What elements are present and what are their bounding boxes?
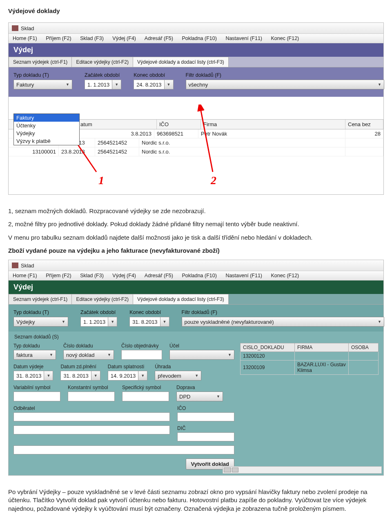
menu-item[interactable]: Nastavení (F11) xyxy=(225,273,262,278)
menu-item[interactable]: Výdej (F4) xyxy=(112,36,136,41)
doprava-combo[interactable]: DPD▼ xyxy=(176,392,223,401)
menubar: Home (F1) Příjem (F2) Sklad (F3) Výdej (… xyxy=(9,34,383,43)
tab[interactable]: Editace výdejky (ctrl-F2) xyxy=(71,294,133,304)
uhrada-value: převodem xyxy=(158,373,181,379)
start-date-value: 1. 1.2013 xyxy=(85,82,112,88)
dropdown-option-selected[interactable]: Faktury xyxy=(14,114,79,122)
menu-item[interactable]: Konec (F12) xyxy=(271,273,299,278)
chevron-down-icon: ▼ xyxy=(375,320,381,324)
menu-item[interactable]: Pokladna (F10) xyxy=(182,36,216,41)
docfilter-combo[interactable]: pouze vyskladněné (nevyfakturované)▼ xyxy=(182,317,384,327)
chevron-down-icon: ▼ xyxy=(59,320,65,324)
cell: 13200109 xyxy=(241,361,295,375)
typ-dokladu-combo[interactable]: faktura▼ xyxy=(13,350,56,360)
uhrada-combo[interactable]: převodem▼ xyxy=(155,371,201,381)
col-ico: IČO xyxy=(157,120,201,129)
tab-active[interactable]: Výdejové doklady a dodací listy (ctrl-F3… xyxy=(133,294,229,304)
datum-vydeje-input[interactable]: 31. 8.2013▼ xyxy=(13,371,53,381)
chevron-down-icon: ▼ xyxy=(108,317,117,326)
menu-item[interactable]: Adresář (F5) xyxy=(145,36,173,41)
filter-label-end: Konec období xyxy=(129,309,169,315)
section-title: Výdej xyxy=(9,43,383,57)
col-firma: Firma xyxy=(201,120,345,129)
doprava-value: DPD xyxy=(179,394,190,400)
ucel-combo[interactable]: ▼ xyxy=(169,350,234,360)
dropdown-option[interactable]: Výdejky xyxy=(14,129,79,137)
ico-input[interactable] xyxy=(177,412,234,421)
menu-item[interactable]: Příjem (F2) xyxy=(46,273,71,278)
type-combo[interactable]: Faktury▼ xyxy=(13,80,72,89)
col-cena: Cena bez xyxy=(345,120,383,129)
start-date-input[interactable]: 1. 1.2013▼ xyxy=(80,317,117,327)
chevron-down-icon: ▼ xyxy=(164,80,173,89)
vs-input[interactable] xyxy=(13,392,60,401)
cell-num: 13100001 xyxy=(9,147,59,156)
type-dropdown-list[interactable]: Faktury Účtenky Výdejky Výzvy k platbě xyxy=(13,114,80,145)
chevron-down-icon: ▼ xyxy=(91,371,100,380)
chevron-down-icon: ▼ xyxy=(160,317,169,326)
odberatel-line2-input[interactable] xyxy=(13,425,170,434)
label-ks: Konstantní symbol xyxy=(68,385,115,390)
menu-item[interactable]: Sklad (F3) xyxy=(80,273,104,278)
menu-item[interactable]: Výdej (F4) xyxy=(112,273,136,278)
cell-cena: 28 xyxy=(345,129,383,138)
tab-active[interactable]: Výdejové doklady a dodací listy (ctrl-F3… xyxy=(133,57,229,67)
cislo-objednavky-input[interactable] xyxy=(121,350,162,360)
label-datum-vydeje: Datum výdeje xyxy=(13,364,53,370)
end-date-input[interactable]: 24. 8.2013▼ xyxy=(134,80,173,89)
menu-item[interactable]: Nastavení (F11) xyxy=(225,36,262,41)
cell xyxy=(349,361,379,375)
chevron-down-icon: ▼ xyxy=(192,374,198,378)
section-title: Výdej xyxy=(9,280,383,294)
menu-item[interactable]: Home (F1) xyxy=(13,273,37,278)
menu-item[interactable]: Příjem (F2) xyxy=(46,36,71,41)
cell-ico: 2564521452 xyxy=(95,138,139,147)
app-title: Sklad xyxy=(21,25,34,31)
type-value: Faktury xyxy=(16,82,34,88)
annotation-number-2: 2 xyxy=(211,174,216,187)
table-row[interactable]: 13100001 23.8.2013 2564521452 Nordic s.r… xyxy=(9,147,383,156)
dropdown-option[interactable]: Výzvy k platbě xyxy=(14,137,79,145)
cell xyxy=(349,352,379,361)
type-combo[interactable]: Výdejky▼ xyxy=(13,317,68,327)
subheading: Zboží vydané pouze na výdejku a jeho fak… xyxy=(8,247,384,255)
tab[interactable]: Editace výdejky (ctrl-F2) xyxy=(71,57,133,67)
start-date-input[interactable]: 1. 1.2013▼ xyxy=(85,80,121,89)
table-row[interactable]: 13200120 xyxy=(241,352,379,361)
type-value: Výdejky xyxy=(16,319,35,325)
datum-splat-value: 14. 9.2013 xyxy=(108,373,138,379)
end-date-input[interactable]: 31. 8.2013▼ xyxy=(129,317,169,327)
datum-splat-input[interactable]: 14. 9.2013▼ xyxy=(108,371,147,381)
label-ico: IČO xyxy=(177,405,234,411)
paragraph: 1, seznam možných dokladů. Rozpracované … xyxy=(8,207,384,215)
horizontal-scrollbar[interactable] xyxy=(223,466,382,474)
tab[interactable]: Seznam výdejek (ctrl-F1) xyxy=(9,57,72,67)
menu-item[interactable]: Pokladna (F10) xyxy=(182,273,216,278)
table-row[interactable]: 13200109 BAZAR.LUXI - Gustav Klimsa xyxy=(241,361,379,375)
menu-item[interactable]: Home (F1) xyxy=(13,36,37,41)
form-area: Seznam dokladů (S) Typ dokladu faktura▼ … xyxy=(9,332,383,475)
menu-item[interactable]: Konec (F12) xyxy=(271,36,299,41)
docfilter-combo[interactable]: všechny▼ xyxy=(186,80,384,89)
cislo-dokladu-combo[interactable]: nový doklad▼ xyxy=(63,350,114,360)
menu-item[interactable]: Adresář (F5) xyxy=(145,273,173,278)
window-titlebar: Sklad xyxy=(9,260,383,271)
col-cislo-dokladu: CISLO_DOKLADU xyxy=(241,343,295,352)
tab[interactable]: Seznam výdejek (ctrl-F1) xyxy=(9,294,72,304)
label-doprava: Doprava xyxy=(176,385,223,390)
dic-input[interactable] xyxy=(177,432,234,441)
cislo-dokladu-value: nový doklad xyxy=(66,352,94,358)
menu-item[interactable]: Sklad (F3) xyxy=(80,36,104,41)
datum-zd-value: 31. 8.2013 xyxy=(61,373,91,379)
ks-input[interactable] xyxy=(68,392,115,401)
odberatel-line3-input[interactable] xyxy=(13,445,234,454)
cell-firma: Petr Novák xyxy=(198,129,345,138)
paragraph: Po vybrání Výdejky – pouze vyskladněné s… xyxy=(8,488,384,513)
app-title: Sklad xyxy=(21,263,34,269)
datum-zd-input[interactable]: 31. 8.2013▼ xyxy=(60,371,100,381)
chevron-down-icon: ▼ xyxy=(47,353,53,357)
dropdown-option[interactable]: Účtenky xyxy=(14,122,79,129)
label-datum-splat: Datum splatnosti xyxy=(108,364,147,370)
ss-input[interactable] xyxy=(122,392,169,401)
odberatel-input[interactable] xyxy=(13,412,170,421)
